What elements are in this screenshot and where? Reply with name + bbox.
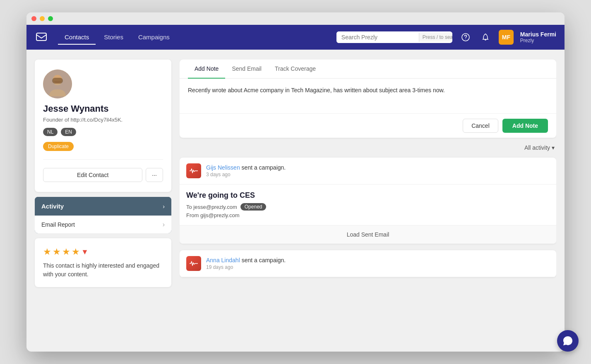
svg-point-2 (465, 38, 466, 39)
campaign-sender-2: Anna Lindahl sent a campaign. (206, 257, 550, 263)
edit-contact-button[interactable]: Edit Contact (43, 168, 142, 182)
add-note-button[interactable]: Add Note (502, 119, 548, 133)
campaign-to-1: To jesse@prezly.com Opened (186, 203, 550, 211)
right-panel: Add Note Send Email Track Coverage Cance… (180, 60, 556, 342)
chat-button[interactable] (557, 330, 579, 352)
campaign-title-1: We're going to CES (186, 191, 550, 200)
note-tabs: Add Note Send Email Track Coverage (180, 60, 556, 79)
cancel-button[interactable]: Cancel (463, 119, 498, 133)
app-window: Contacts Stories Campaigns Press / to se… (26, 12, 565, 352)
tab-track-coverage[interactable]: Track Coverage (268, 60, 322, 79)
contact-card: Jesse Wynants Founder of http://t.co/Dcy… (35, 60, 171, 192)
search-input[interactable] (336, 31, 419, 43)
star-2: ★ (53, 247, 61, 257)
tab-add-note[interactable]: Add Note (188, 60, 225, 79)
campaign-header-1: Gijs Nelissen sent a campaign. 3 days ag… (180, 158, 556, 184)
activity-header[interactable]: Activity › (35, 197, 171, 216)
contact-avatar (43, 69, 72, 98)
rating-card: ★ ★ ★ ★ ▼ This contact is highly interes… (35, 238, 171, 287)
star-rating: ★ ★ ★ ★ ▼ (43, 247, 163, 257)
user-avatar: MF (499, 30, 514, 45)
nav-search-bar[interactable]: Press / to search (336, 31, 452, 43)
nav-logo (35, 31, 48, 44)
user-company: Prezly (520, 38, 556, 43)
language-badges: NL EN (43, 128, 163, 136)
opened-badge: Opened (240, 203, 267, 211)
load-email-button[interactable]: Load Sent Email (180, 225, 556, 244)
campaign-logo-1 (186, 163, 201, 178)
star-1: ★ (43, 247, 51, 257)
contact-actions: Edit Contact ··· (43, 159, 163, 182)
titlebar (26, 12, 565, 25)
nav-stories[interactable]: Stories (97, 30, 130, 45)
bell-button[interactable] (479, 31, 492, 44)
badge-nl: NL (43, 128, 58, 136)
navbar: Contacts Stories Campaigns Press / to se… (26, 25, 565, 50)
more-options-button[interactable]: ··· (146, 168, 163, 182)
tab-send-email[interactable]: Send Email (225, 60, 268, 79)
activity-label: Activity (41, 203, 64, 210)
star-4: ★ (72, 247, 80, 257)
campaign-sender-1: Gijs Nelissen sent a campaign. (206, 164, 550, 171)
activity-chevron-icon: › (163, 203, 165, 210)
campaign-card-1: Gijs Nelissen sent a campaign. 3 days ag… (180, 158, 556, 244)
activity-filter-bar: All activity ▾ (180, 144, 556, 151)
email-report-item[interactable]: Email Report › (35, 216, 171, 233)
nav-links: Contacts Stories Campaigns (58, 30, 336, 45)
activity-section: Activity › Email Report › (35, 197, 171, 233)
campaign-time-1: 3 days ago (206, 172, 550, 177)
note-card: Add Note Send Email Track Coverage Cance… (180, 60, 556, 138)
contact-name: Jesse Wynants (43, 103, 163, 114)
campaign-header-2: Anna Lindahl sent a campaign. 19 days ag… (180, 250, 556, 277)
campaign-sender-link-2[interactable]: Anna Lindahl (206, 257, 240, 263)
left-panel: Jesse Wynants Founder of http://t.co/Dcy… (35, 60, 171, 342)
campaign-from-1: From gijs@prezly.com (186, 212, 550, 218)
nav-contacts[interactable]: Contacts (58, 30, 96, 45)
badge-en: EN (61, 128, 76, 136)
campaign-body-1: We're going to CES To jesse@prezly.com O… (180, 184, 556, 225)
close-dot[interactable] (31, 16, 36, 21)
email-report-chevron-icon: › (163, 221, 165, 228)
search-hint: Press / to search (419, 33, 452, 42)
duplicate-badge: Duplicate (43, 142, 74, 151)
campaign-meta-1: Gijs Nelissen sent a campaign. 3 days ag… (206, 164, 550, 177)
star-3: ★ (62, 247, 70, 257)
maximize-dot[interactable] (48, 16, 53, 21)
nav-right: MF Marius Fermi Prezly (459, 30, 556, 45)
main-content: Jesse Wynants Founder of http://t.co/Dcy… (26, 50, 565, 352)
minimize-dot[interactable] (40, 16, 45, 21)
campaign-card-2: Anna Lindahl sent a campaign. 19 days ag… (180, 250, 556, 277)
nav-campaigns[interactable]: Campaigns (132, 30, 176, 45)
user-info: Marius Fermi Prezly (520, 31, 556, 43)
user-name: Marius Fermi (520, 31, 556, 38)
campaign-sender-link-1[interactable]: Gijs Nelissen (206, 164, 240, 171)
help-button[interactable] (459, 31, 472, 44)
svg-rect-0 (36, 33, 46, 41)
note-actions: Cancel Add Note (180, 113, 556, 138)
contact-title: Founder of http://t.co/Dcy7il4x5K. (43, 117, 163, 123)
campaign-meta-2: Anna Lindahl sent a campaign. 19 days ag… (206, 257, 550, 270)
campaign-logo-2 (186, 256, 201, 271)
svg-rect-6 (52, 78, 63, 84)
note-textarea[interactable] (180, 79, 556, 112)
star-half: ▼ (81, 248, 89, 256)
rating-text: This contact is highly interested and en… (43, 261, 163, 279)
email-report-label: Email Report (41, 221, 75, 228)
all-activity-filter[interactable]: All activity ▾ (524, 144, 555, 151)
campaign-time-2: 19 days ago (206, 264, 550, 270)
